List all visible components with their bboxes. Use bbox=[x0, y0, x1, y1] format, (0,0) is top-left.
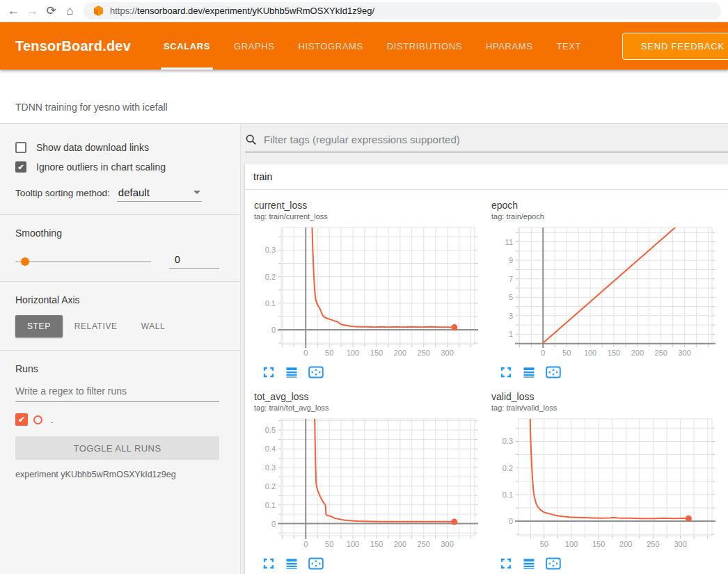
toggle-log-y-axis-icon[interactable] bbox=[523, 366, 535, 378]
tab-distributions[interactable]: DISTRIBUTIONS bbox=[375, 22, 474, 70]
runs-regex-input[interactable]: Write a regex to filter runs bbox=[15, 385, 219, 402]
run-checkbox-checked-icon[interactable]: ✔ bbox=[15, 413, 28, 426]
tab-text[interactable]: TEXT bbox=[544, 22, 593, 70]
smoothing-slider-thumb[interactable] bbox=[21, 257, 29, 266]
tab-hparams[interactable]: HPARAMS bbox=[474, 22, 545, 70]
tab-scalars[interactable]: SCALARS bbox=[152, 22, 222, 70]
divider bbox=[0, 350, 240, 351]
relative-axis-button[interactable]: RELATIVE bbox=[63, 315, 129, 337]
train-section-header[interactable]: train bbox=[245, 164, 728, 190]
chevron-down-icon bbox=[193, 191, 200, 194]
home-icon[interactable]: ⌂ bbox=[61, 5, 79, 17]
chart-tag: tag: train/current_loss bbox=[251, 211, 482, 225]
charts-grid: current_losstag: train/current_loss05010… bbox=[245, 190, 728, 574]
svg-text:0.3: 0.3 bbox=[503, 437, 513, 445]
chart-title: epoch bbox=[488, 200, 719, 211]
address-bar[interactable]: https://tensorboard.dev/experiment/yKUbh… bbox=[84, 2, 721, 19]
tooltip-sorting-select[interactable]: default bbox=[117, 186, 202, 202]
experiment-subheader: TDNN training for yesno with icefall bbox=[0, 70, 728, 124]
svg-text:0.1: 0.1 bbox=[265, 299, 276, 308]
train-section-card: train current_losstag: train/current_los… bbox=[245, 164, 728, 574]
chart-plot-valid_loss[interactable]: 5010015020025030000.10.20.3 bbox=[488, 416, 719, 552]
svg-text:100: 100 bbox=[347, 349, 359, 357]
step-axis-button[interactable]: STEP bbox=[15, 315, 63, 337]
svg-text:150: 150 bbox=[370, 349, 383, 357]
reload-icon[interactable]: ⟳ bbox=[42, 5, 61, 17]
svg-text:250: 250 bbox=[418, 540, 430, 548]
tooltip-sorting-label: Tooltip sorting method: bbox=[15, 188, 110, 198]
chart-plot-tot_avg_loss[interactable]: 05010015020025030000.10.20.30.40.5 bbox=[251, 416, 482, 552]
send-feedback-button[interactable]: SEND FEEDBACK bbox=[622, 33, 728, 60]
toggle-all-runs-button[interactable]: TOGGLE ALL RUNS bbox=[15, 436, 219, 460]
toggle-log-y-axis-icon[interactable] bbox=[285, 557, 298, 570]
svg-text:200: 200 bbox=[394, 540, 406, 548]
fit-domain-to-data-icon[interactable] bbox=[308, 557, 324, 570]
browser-toolbar: ← → ⟳ ⌂ https://tensorboard.dev/experime… bbox=[0, 0, 728, 22]
svg-text:5: 5 bbox=[509, 293, 513, 301]
svg-text:200: 200 bbox=[394, 349, 406, 357]
chart-plot-epoch[interactable]: 0501001502002503001357911 bbox=[488, 225, 719, 361]
forward-icon[interactable]: → bbox=[23, 5, 42, 17]
chart-tile-valid_loss: valid_losstag: train/valid_loss501001502… bbox=[488, 391, 719, 570]
svg-text:0.5: 0.5 bbox=[265, 426, 276, 434]
chart-title: current_loss bbox=[251, 200, 482, 211]
tab-histograms[interactable]: HISTOGRAMS bbox=[287, 22, 375, 70]
svg-text:0.4: 0.4 bbox=[265, 445, 276, 453]
toggle-log-y-axis-icon[interactable] bbox=[285, 366, 298, 378]
svg-text:100: 100 bbox=[347, 540, 359, 548]
ignore-outliers-checkbox[interactable]: ✔ Ignore outliers in chart scaling bbox=[15, 161, 219, 173]
filter-tags-input[interactable]: Filter tags (regular expressions support… bbox=[245, 134, 728, 152]
nav-tabs: SCALARSGRAPHSHISTOGRAMSDISTRIBUTIONSHPAR… bbox=[152, 22, 593, 70]
search-icon bbox=[245, 134, 257, 145]
svg-text:0.2: 0.2 bbox=[503, 464, 513, 472]
fullscreen-icon[interactable] bbox=[262, 557, 275, 570]
checkbox-checked-icon[interactable]: ✔ bbox=[15, 161, 26, 173]
chart-plot-current_loss[interactable]: 05010015020025030000.10.20.3 bbox=[251, 225, 482, 361]
fullscreen-icon[interactable] bbox=[500, 366, 512, 378]
smoothing-label: Smoothing bbox=[15, 228, 219, 239]
svg-text:0.2: 0.2 bbox=[265, 273, 276, 281]
svg-text:250: 250 bbox=[418, 349, 430, 357]
svg-text:0.3: 0.3 bbox=[265, 463, 276, 472]
svg-text:50: 50 bbox=[540, 540, 548, 548]
chart-tile-epoch: epochtag: train/epoch0501001502002503001… bbox=[488, 200, 719, 378]
toggle-log-y-axis-icon[interactable] bbox=[523, 557, 535, 570]
svg-text:0: 0 bbox=[271, 326, 276, 334]
filter-tags-placeholder: Filter tags (regular expressions support… bbox=[264, 134, 460, 145]
divider bbox=[0, 281, 240, 282]
fullscreen-icon[interactable] bbox=[262, 366, 275, 378]
wall-axis-button[interactable]: WALL bbox=[129, 315, 177, 337]
show-download-links-label: Show data download links bbox=[36, 142, 149, 153]
svg-text:0: 0 bbox=[303, 349, 308, 357]
smoothing-slider[interactable] bbox=[15, 261, 151, 262]
show-download-links-checkbox[interactable]: Show data download links bbox=[15, 142, 219, 153]
fullscreen-icon[interactable] bbox=[500, 557, 512, 570]
checkbox-unchecked-icon[interactable] bbox=[15, 142, 26, 153]
fit-domain-to-data-icon[interactable] bbox=[546, 557, 561, 570]
svg-text:50: 50 bbox=[325, 540, 333, 548]
settings-sidebar: Show data download links ✔ Ignore outlie… bbox=[0, 124, 241, 574]
chart-actions bbox=[500, 366, 719, 378]
svg-text:250: 250 bbox=[655, 349, 667, 357]
run-list-item[interactable]: ✔ . bbox=[15, 413, 219, 426]
chart-tag: tag: train/epoch bbox=[488, 211, 719, 225]
tab-graphs[interactable]: GRAPHS bbox=[222, 22, 287, 70]
tensorboard-favicon bbox=[93, 6, 104, 16]
svg-text:150: 150 bbox=[592, 540, 605, 548]
svg-text:200: 200 bbox=[631, 349, 644, 357]
svg-text:0.1: 0.1 bbox=[265, 501, 276, 509]
fit-domain-to-data-icon[interactable] bbox=[546, 366, 561, 378]
divider bbox=[0, 214, 240, 215]
svg-text:300: 300 bbox=[441, 349, 453, 357]
chart-actions bbox=[262, 557, 482, 570]
fit-domain-to-data-icon[interactable] bbox=[308, 366, 324, 378]
smoothing-value-input[interactable]: 0 bbox=[169, 254, 219, 269]
svg-text:100: 100 bbox=[565, 540, 578, 548]
svg-text:0: 0 bbox=[303, 540, 308, 548]
svg-text:300: 300 bbox=[678, 349, 690, 357]
chart-title: valid_loss bbox=[488, 391, 719, 402]
svg-text:150: 150 bbox=[370, 540, 383, 548]
back-icon[interactable]: ← bbox=[4, 5, 23, 17]
svg-text:50: 50 bbox=[325, 349, 333, 357]
svg-text:0.1: 0.1 bbox=[503, 491, 513, 499]
